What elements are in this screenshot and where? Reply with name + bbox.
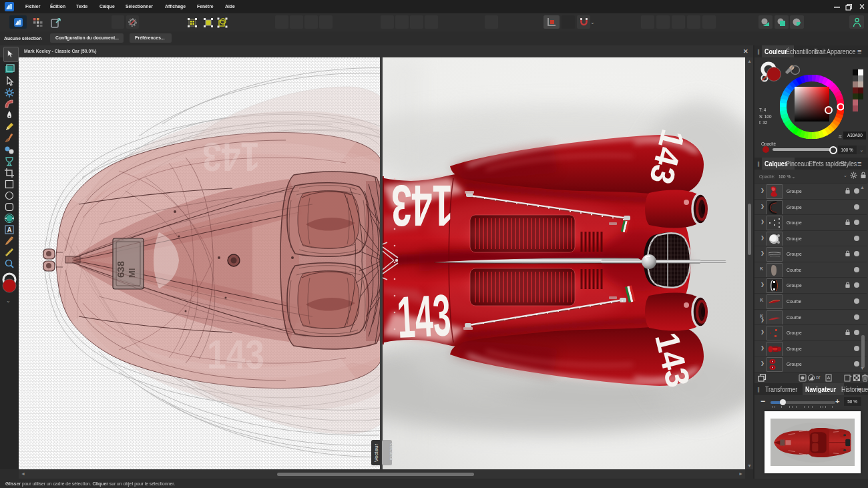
svg-text:Vecteur: Vecteur bbox=[373, 444, 379, 462]
svg-text:143: 143 bbox=[391, 173, 453, 239]
svg-text:143: 143 bbox=[395, 282, 452, 350]
svg-text:638: 638 bbox=[115, 261, 126, 278]
svg-text:143: 143 bbox=[207, 331, 264, 377]
svg-text:A: A bbox=[7, 226, 12, 234]
svg-text:Vecteur: Vecteur bbox=[389, 443, 395, 461]
svg-text:143: 143 bbox=[202, 134, 260, 180]
